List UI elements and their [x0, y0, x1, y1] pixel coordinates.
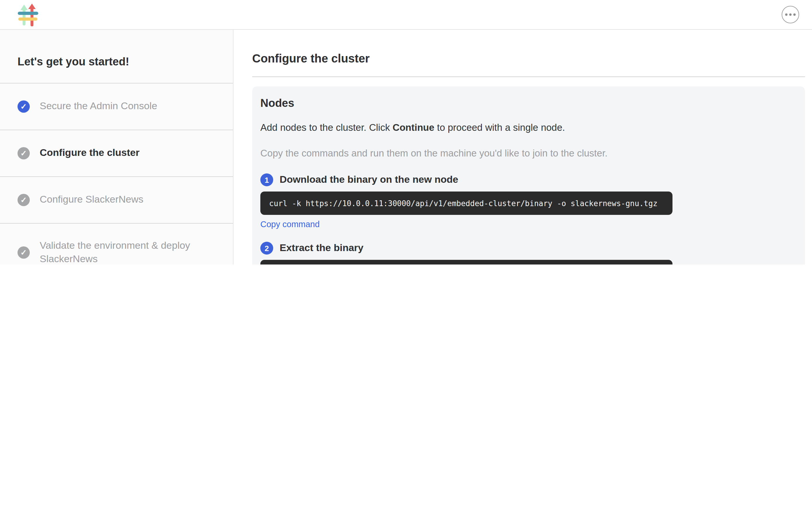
setup-sidebar: Let's get you started! ✓ Secure the Admi…: [0, 30, 233, 264]
sidebar-step-label: Secure the Admin Console: [40, 100, 157, 113]
sidebar-title: Let's get you started!: [0, 30, 233, 84]
app-header: [0, 0, 812, 30]
nodes-card: Nodes Add nodes to the cluster. Click Co…: [252, 86, 805, 264]
nodes-heading: Nodes: [260, 97, 797, 110]
check-circle-icon: ✓: [17, 194, 30, 206]
main-content: Configure the cluster Nodes Add nodes to…: [233, 30, 812, 264]
page-title: Configure the cluster: [252, 52, 805, 66]
step-1-copy-command-link[interactable]: Copy command: [260, 219, 320, 229]
join-step-1: 1 Download the binary on the new node: [260, 173, 797, 186]
step-2-badge: 2: [260, 242, 273, 255]
sidebar-step-label: Configure the cluster: [40, 146, 140, 160]
nodes-hint-text: Copy the commands and run them on the ma…: [260, 148, 797, 159]
sidebar-step-configure-cluster[interactable]: ✓ Configure the cluster: [0, 130, 233, 177]
check-circle-icon: ✓: [17, 246, 30, 259]
more-menu-button[interactable]: [782, 6, 799, 23]
ellipsis-icon: [785, 13, 787, 16]
title-divider: [252, 76, 805, 77]
step-1-badge: 1: [260, 173, 273, 186]
sidebar-step-secure-admin-console[interactable]: ✓ Secure the Admin Console: [0, 84, 233, 130]
step-2-title: Extract the binary: [280, 242, 363, 254]
sidebar-step-label: Validate the environment & deploy Slacke…: [40, 239, 209, 264]
slackernews-logo: [17, 3, 39, 26]
sidebar-step-validate-deploy[interactable]: ✓ Validate the environment & deploy Slac…: [0, 224, 233, 264]
step-2-command-block: tar -xvf slackernews-gnu.tgz: [260, 260, 672, 264]
sidebar-step-configure-slackernews[interactable]: ✓ Configure SlackerNews: [0, 177, 233, 224]
nodes-intro-text: Add nodes to the cluster. Click Continue…: [260, 122, 797, 133]
check-circle-icon: ✓: [17, 147, 30, 159]
check-circle-icon: ✓: [17, 100, 30, 113]
admin-console-app: Let's get you started! ✓ Secure the Admi…: [0, 0, 812, 264]
join-step-2: 2 Extract the binary: [260, 242, 797, 255]
step-1-command-block: curl -k https://10.0.0.11:30000/api/v1/e…: [260, 191, 672, 215]
sidebar-step-label: Configure SlackerNews: [40, 193, 143, 207]
step-1-title: Download the binary on the new node: [280, 174, 458, 186]
